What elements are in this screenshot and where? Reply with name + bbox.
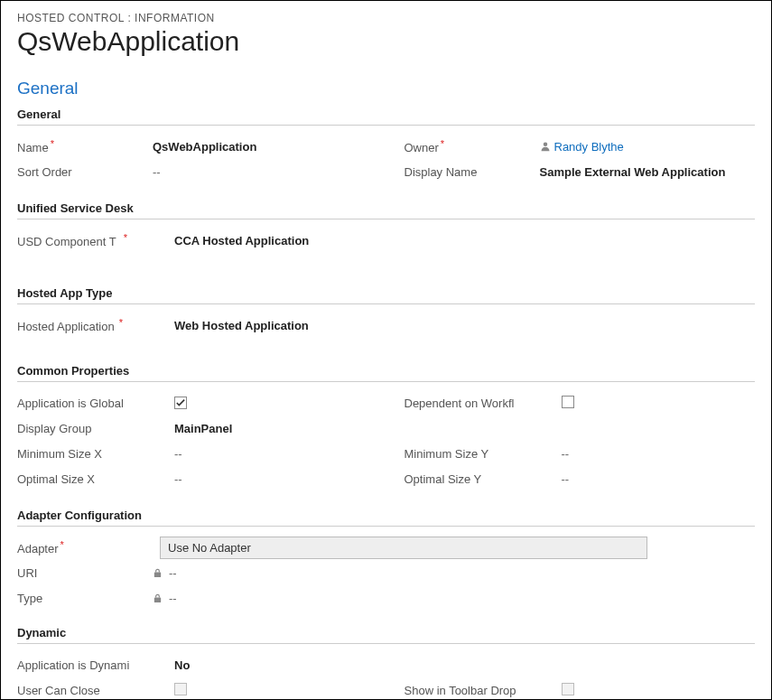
lock-icon: [153, 593, 163, 603]
owner-value[interactable]: Randy Blythe: [540, 140, 756, 154]
display-group-value[interactable]: MainPanel: [174, 422, 368, 435]
hosted-app-label: Hosted Application *: [17, 317, 153, 333]
display-name-value[interactable]: Sample External Web Application: [540, 165, 756, 179]
tab-general[interactable]: General: [17, 79, 755, 98]
is-dynamic-value[interactable]: No: [174, 658, 755, 672]
dependent-label: Dependent on Workfl: [405, 397, 540, 410]
uri-label: URI: [17, 566, 153, 580]
adapter-select[interactable]: Use No Adapter: [160, 537, 647, 559]
opt-x-value[interactable]: --: [174, 472, 368, 486]
name-label: Name*: [17, 138, 153, 154]
svg-rect-1: [154, 573, 161, 578]
opt-x-label: Optimal Size X: [17, 472, 153, 486]
lock-icon: [153, 567, 163, 578]
dependent-checkbox[interactable]: [562, 396, 756, 411]
show-toolbar-checkbox: [562, 683, 756, 698]
owner-label: Owner*: [405, 138, 540, 154]
global-label: Application is Global: [17, 397, 153, 410]
display-group-label: Display Group: [17, 422, 153, 435]
user-close-checkbox: [174, 683, 368, 698]
adapter-label: Adapter*: [17, 539, 153, 555]
opt-y-value[interactable]: --: [562, 472, 756, 486]
min-x-label: Minimum Size X: [17, 447, 153, 461]
usd-component-label: USD Component T *: [17, 232, 153, 248]
section-adapter-title: Adapter Configuration: [17, 509, 755, 527]
section-usd-title: Unified Service Desk: [17, 201, 755, 219]
section-common-title: Common Properties: [17, 364, 755, 382]
user-close-label: User Can Close: [17, 684, 153, 697]
section-hosted-title: Hosted App Type: [17, 286, 755, 304]
sort-order-label: Sort Order: [17, 165, 153, 179]
min-x-value[interactable]: --: [174, 447, 368, 461]
name-value[interactable]: QsWebApplication: [153, 140, 368, 154]
uri-value: --: [169, 566, 755, 580]
person-icon: [540, 141, 551, 152]
sort-order-value[interactable]: --: [153, 165, 368, 179]
section-dynamic-title: Dynamic: [17, 626, 755, 644]
opt-y-label: Optimal Size Y: [405, 472, 540, 486]
display-name-label: Display Name: [405, 165, 540, 179]
svg-point-0: [543, 142, 547, 146]
is-dynamic-label: Application is Dynami: [17, 658, 153, 672]
min-y-value[interactable]: --: [562, 447, 756, 461]
type-label: Type: [17, 592, 153, 605]
usd-component-value[interactable]: CCA Hosted Application: [174, 234, 755, 247]
page-title: QsWebApplication: [17, 26, 755, 57]
show-toolbar-label: Show in Toolbar Drop: [405, 684, 540, 697]
hosted-app-value[interactable]: Web Hosted Application: [174, 319, 755, 332]
breadcrumb: HOSTED CONTROL : INFORMATION: [17, 12, 755, 24]
type-value: --: [169, 592, 755, 605]
min-y-label: Minimum Size Y: [405, 447, 540, 461]
svg-rect-2: [154, 598, 161, 603]
global-checkbox[interactable]: [174, 397, 368, 410]
section-general-title: General: [17, 107, 755, 126]
